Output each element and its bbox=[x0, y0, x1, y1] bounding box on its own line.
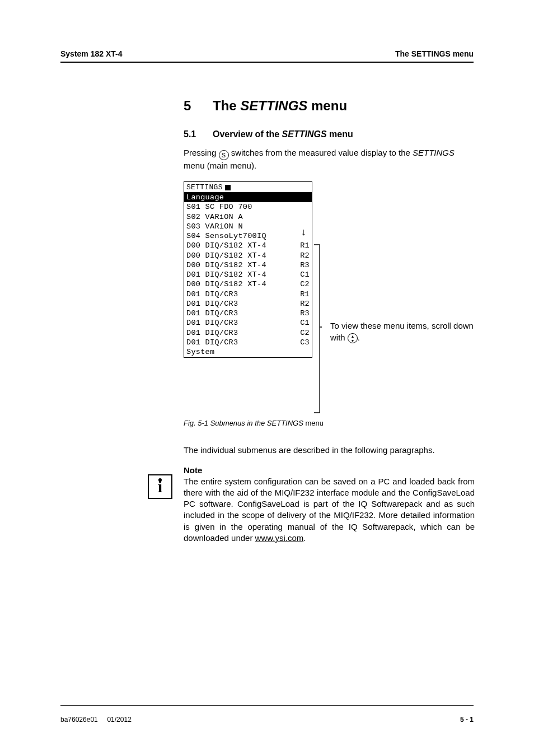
section-heading: 5.1 Overview of the SETTINGS menu bbox=[184, 129, 475, 139]
lcd-row: D00 DIQ/S182 XT-4R3 bbox=[184, 260, 312, 270]
note-block: Note The entire system configuration can… bbox=[184, 465, 475, 544]
lcd-row: D01 DIQ/CR3C1 bbox=[184, 318, 312, 328]
lcd-row: S04 SensoLyt700IQ bbox=[184, 231, 312, 241]
lcd-row: D01 DIQ/CR3R2 bbox=[184, 299, 312, 309]
lcd-row: S03 VARiON N bbox=[184, 222, 312, 231]
lcd-row: D00 DIQ/S182 XT-4C2 bbox=[184, 279, 312, 289]
lcd-row: System bbox=[184, 347, 312, 357]
lcd-row: D01 DIQ/CR3R3 bbox=[184, 309, 312, 318]
lcd-row: D01 DIQ/CR3C2 bbox=[184, 328, 312, 338]
chapter-number: 5 bbox=[184, 98, 213, 114]
footer-rule bbox=[60, 705, 474, 706]
page-header: System 182 XT-4 The SETTINGS menu bbox=[60, 49, 474, 58]
footer-left: ba76026e01 01/2012 bbox=[60, 716, 132, 724]
lcd-selected-row: Language bbox=[184, 193, 312, 202]
header-rule bbox=[60, 62, 474, 63]
figure-5-1: SETTINGS Language S01 SC FDO 700 S02 VAR… bbox=[184, 181, 475, 428]
updown-key-icon bbox=[348, 333, 358, 343]
section-title: Overview of the SETTINGS menu bbox=[213, 129, 353, 139]
lcd-row: S02 VARiON A bbox=[184, 212, 312, 222]
lcd-row: D01 DIQ/CR3R1 bbox=[184, 290, 312, 299]
info-icon bbox=[148, 474, 172, 499]
lcd-title-text: SETTINGS bbox=[186, 183, 223, 192]
note-body: The entire system configuration can be s… bbox=[184, 476, 475, 544]
lcd-row: D00 DIQ/S182 XT-4R1 bbox=[184, 241, 312, 250]
lcd-title-bar: SETTINGS bbox=[184, 182, 312, 192]
intro-paragraph: Pressing S switches from the measured va… bbox=[184, 147, 475, 171]
website-link[interactable]: www.ysi.com bbox=[255, 533, 304, 543]
content-column: 5 The SETTINGS menu 5.1 Overview of the … bbox=[184, 87, 475, 544]
figure-annotation: To view these menu items, scroll down wi… bbox=[330, 320, 477, 343]
section-number: 5.1 bbox=[184, 129, 213, 139]
lock-icon bbox=[225, 185, 231, 190]
figure-caption: Fig. 5-1 Submenus in the SETTINGS menu bbox=[184, 419, 324, 427]
chapter-heading: 5 The SETTINGS menu bbox=[184, 98, 475, 114]
bracket-indicator bbox=[314, 244, 322, 413]
page-footer: ba76026e01 01/2012 5 - 1 bbox=[60, 716, 474, 724]
lcd-screen: SETTINGS Language S01 SC FDO 700 S02 VAR… bbox=[184, 181, 312, 357]
lcd-row: D01 DIQ/CR3C3 bbox=[184, 338, 312, 347]
scroll-down-arrow-icon: ↓ bbox=[301, 226, 306, 238]
chapter-title: The SETTINGS menu bbox=[213, 98, 347, 114]
after-figure-paragraph: The individual submenus are described in… bbox=[184, 445, 475, 456]
lcd-row: D01 DIQ/S182 XT-4C1 bbox=[184, 270, 312, 279]
header-left: System 182 XT-4 bbox=[60, 49, 123, 58]
s-key-icon: S bbox=[219, 150, 229, 160]
page-number: 5 - 1 bbox=[460, 716, 474, 724]
lcd-row: S01 SC FDO 700 bbox=[184, 202, 312, 212]
note-title: Note bbox=[184, 465, 475, 475]
header-right: The SETTINGS menu bbox=[395, 49, 474, 58]
lcd-row: D00 DIQ/S182 XT-4R2 bbox=[184, 251, 312, 260]
